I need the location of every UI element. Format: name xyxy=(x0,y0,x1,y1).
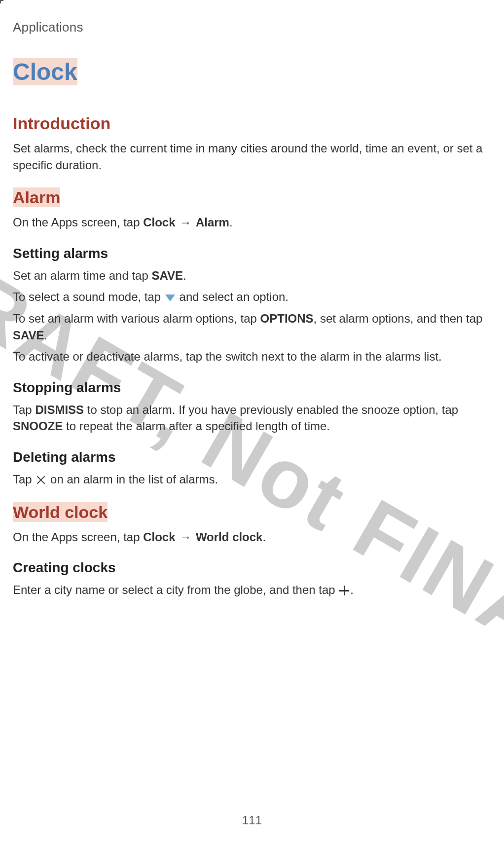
deleting-p: Tap on an alarm in the list of alarms. xyxy=(13,471,504,488)
subheading-creating-clocks: Creating clocks xyxy=(13,560,504,576)
setting-p1: Set an alarm time and tap SAVE. xyxy=(13,267,504,284)
arrow-icon: → xyxy=(179,216,192,229)
section-heading-introduction: Introduction xyxy=(13,114,504,133)
plus-icon xyxy=(339,586,349,595)
setting-p3: To set an alarm with various alarm optio… xyxy=(13,310,504,343)
page-number: 111 xyxy=(0,813,504,827)
delete-x-icon xyxy=(36,475,46,485)
page-title: Clock xyxy=(13,58,504,85)
setting-p4: To activate or deactivate alarms, tap th… xyxy=(13,348,504,365)
section-heading-world-clock: World clock xyxy=(13,503,504,522)
alarm-nav: On the Apps screen, tap Clock → Alarm. xyxy=(13,214,504,231)
breadcrumb: Applications xyxy=(13,20,83,35)
subheading-deleting-alarms: Deleting alarms xyxy=(13,449,504,465)
content-area: Clock Introduction Set alarms, check the… xyxy=(13,58,504,603)
stopping-p: Tap DISMISS to stop an alarm. If you hav… xyxy=(13,402,504,435)
arrow-icon: → xyxy=(179,530,192,544)
setting-p2: To select a sound mode, tap and select a… xyxy=(13,289,504,305)
page-title-text: Clock xyxy=(13,58,77,85)
world-nav: On the Apps screen, tap Clock → World cl… xyxy=(13,529,504,546)
section-heading-alarm: Alarm xyxy=(13,188,504,207)
corner-rule-h xyxy=(0,0,3,1)
creating-p: Enter a city name or select a city from … xyxy=(13,582,504,598)
document-page: Applications DRAFT, Not FINAL Clock Intr… xyxy=(0,0,504,848)
intro-paragraph: Set alarms, check the current time in ma… xyxy=(13,140,504,173)
subheading-stopping-alarms: Stopping alarms xyxy=(13,380,504,396)
dropdown-triangle-icon xyxy=(165,295,175,301)
subheading-setting-alarms: Setting alarms xyxy=(13,246,504,261)
